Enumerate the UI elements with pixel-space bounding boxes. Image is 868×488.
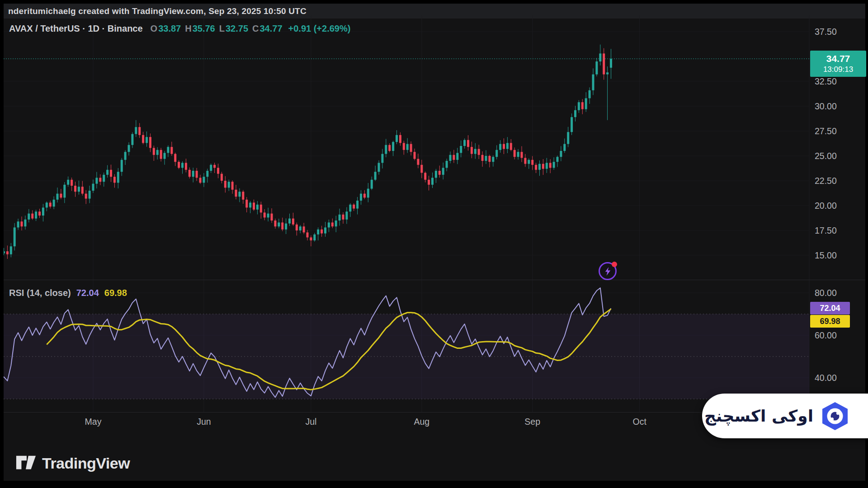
exchange-logo-icon [821,401,849,431]
price-axis-label: 20.00 [815,201,837,211]
time-axis-label: Oct [633,417,647,427]
last-price: 34.77 [826,53,850,65]
price-axis-label: 15.00 [815,250,837,260]
rsi-ma-badge: 69.98 [810,315,850,328]
low-label: L [219,23,225,34]
change-value: +0.91 (+2.69%) [288,23,351,34]
open-value: 33.87 [158,23,181,34]
rsi-value: 72.04 [76,288,99,298]
close-label: C [252,23,259,34]
rsi-axis-label: 40.00 [815,373,837,383]
bar-countdown: 13:09:13 [823,65,853,75]
price-axis-label: 30.00 [815,101,837,111]
rsi-axis-label: 60.00 [815,330,837,340]
price-axis-label: 27.50 [815,126,837,136]
tradingview-wordmark: TradingView [42,455,130,472]
rsi-ma-badge-text: 69.98 [820,317,840,326]
last-price-badge: 34.77 13:09:13 [810,51,866,77]
price-axis-label: 25.00 [815,151,837,161]
low-value: 32.75 [226,23,248,34]
rsi-ma-value: 69.98 [104,288,127,298]
high-value: 35.76 [193,23,215,34]
price-axis-label: 37.50 [815,27,837,37]
tradingview-mark-icon [15,454,36,473]
time-axis-label: Sep [524,417,540,427]
tradingview-snapshot: nderitumichaelg created with TradingView… [0,0,868,488]
close-value: 34.77 [259,23,282,34]
open-label: O [151,23,158,34]
rsi-badge-text: 72.04 [820,304,840,313]
high-label: H [185,23,191,34]
rsi-value-badge: 72.04 [810,302,850,314]
price-axis-label: 22.50 [815,176,837,186]
rsi-axis-label: 80.00 [815,288,837,298]
symbol-title: AVAX / TetherUS · 1D · Binance [9,23,143,34]
time-axis-label: Aug [414,417,429,427]
boost-button[interactable] [599,262,617,280]
exchange-name: اوکی اکسچنج [704,407,813,425]
exchange-branding-pill[interactable]: اوکی اکسچنج [702,394,868,438]
time-axis-label: Jul [305,417,316,427]
symbol-legend[interactable]: AVAX / TetherUS · 1D · Binance O33.87 H3… [9,23,350,34]
tradingview-logo[interactable]: TradingView [15,454,130,473]
rsi-title: RSI (14, close) [9,288,71,298]
time-axis-label: May [85,417,102,427]
price-axis-label: 32.50 [815,76,837,86]
notification-dot [612,262,617,267]
rsi-legend[interactable]: RSI (14, close) 72.04 69.98 [9,288,127,298]
price-axis-label: 17.50 [815,225,837,235]
lightning-icon [604,267,611,276]
candlestick-series [4,45,612,262]
time-axis-label: Jun [197,417,211,427]
